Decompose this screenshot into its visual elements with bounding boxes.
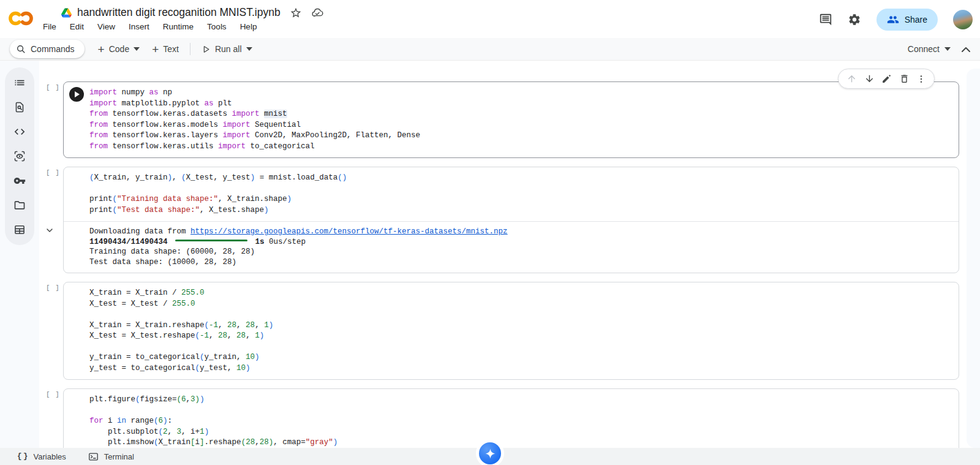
- table-of-contents-icon[interactable]: [7, 70, 32, 95]
- cell-toolbar: [838, 69, 935, 89]
- menubar: FileEditViewInsertRuntimeToolsHelp: [43, 22, 324, 31]
- colab-ai-eye-icon[interactable]: [7, 144, 32, 168]
- settings-gear-icon[interactable]: [848, 13, 861, 26]
- right-panel-strip: [967, 69, 980, 448]
- code-line: X_test = X_test.reshape(-1, 28, 28, 1): [89, 331, 959, 342]
- output-line: 11490434/11490434 1s 0us/step: [89, 237, 959, 248]
- code-line: [89, 406, 959, 417]
- code-line: from tensorflow.keras.layers import Conv…: [89, 130, 959, 142]
- code-line: y_test = to_categorical(y_test, 10): [89, 363, 959, 374]
- move-cell-up-icon[interactable]: [846, 74, 857, 84]
- code-line: X_train = X_train / 255.0: [89, 288, 959, 299]
- cell-row: [ ](X_train, y_train), (X_test, y_test) …: [39, 167, 967, 273]
- exec-indicator[interactable]: [ ]: [39, 284, 63, 292]
- share-button[interactable]: Share: [876, 9, 938, 31]
- run-all-play-icon: [202, 45, 211, 54]
- commands-label: Commands: [31, 44, 75, 54]
- exec-indicator[interactable]: [ ]: [39, 169, 63, 176]
- code-line: from tensorflow.keras.models import Sequ…: [89, 120, 959, 131]
- gemini-spark-button[interactable]: [479, 442, 501, 464]
- code-cell[interactable]: plt.figure(figsize=(6,3)) for i in range…: [63, 388, 959, 448]
- cell-gutter: [ ]: [39, 167, 63, 273]
- output-line: Downloading data from https://storage.go…: [89, 227, 959, 237]
- cells: [ ]import numpy as npimport matplotlib.p…: [39, 81, 967, 448]
- terminal-label: Terminal: [104, 452, 134, 461]
- secrets-key-icon[interactable]: [7, 168, 32, 193]
- add-text-button[interactable]: + Text: [146, 40, 185, 58]
- code-line: print("Training data shape:", X_train.sh…: [89, 194, 959, 205]
- menu-file[interactable]: File: [43, 22, 56, 31]
- delete-cell-icon[interactable]: [899, 74, 910, 84]
- collapse-header-button[interactable]: [962, 47, 970, 52]
- code-line: import numpy as np: [89, 88, 959, 99]
- code-cell[interactable]: (X_train, y_train), (X_test, y_test) = m…: [63, 167, 959, 273]
- add-code-button[interactable]: + Code: [92, 40, 146, 58]
- cell-row: [ ]plt.figure(figsize=(6,3)) for i in ra…: [39, 388, 967, 448]
- code-line: [89, 309, 959, 320]
- comment-icon[interactable]: [819, 13, 832, 26]
- star-icon[interactable]: [290, 7, 302, 19]
- menu-insert[interactable]: Insert: [129, 22, 149, 31]
- caret-down-icon: [134, 47, 140, 51]
- terminal-button[interactable]: Terminal: [88, 452, 134, 462]
- output-link[interactable]: https://storage.googleapis.com/tensorflo…: [190, 227, 508, 236]
- notebook-scroll-area[interactable]: [ ]import numpy as npimport matplotlib.p…: [39, 61, 967, 448]
- menu-view[interactable]: View: [97, 22, 115, 31]
- find-and-replace-icon[interactable]: [7, 95, 32, 119]
- code-line: print("Test data shape:", X_test.shape): [89, 205, 959, 216]
- run-all-button[interactable]: Run all: [195, 40, 258, 58]
- code-line: plt.imshow(X_train[i].reshape(28,28), cm…: [89, 437, 959, 448]
- terminal-icon: [88, 452, 99, 462]
- code-line: from tensorflow.keras.utils import to_ca…: [89, 142, 959, 153]
- code-line: X_test = X_test / 255.0: [89, 299, 959, 310]
- connect-button[interactable]: Connect: [908, 44, 951, 54]
- output-divider: [64, 221, 959, 222]
- chevron-up-icon: [962, 47, 970, 52]
- code-cell[interactable]: X_train = X_train / 255.0X_test = X_test…: [63, 282, 959, 380]
- workspace: [ ]import numpy as npimport matplotlib.p…: [0, 61, 980, 448]
- data-table-icon[interactable]: [7, 217, 32, 242]
- people-icon: [887, 13, 899, 26]
- code-editor[interactable]: X_train = X_train / 255.0X_test = X_test…: [64, 288, 959, 374]
- plus-icon: +: [98, 43, 105, 55]
- files-folder-icon[interactable]: [7, 193, 32, 217]
- code-editor[interactable]: plt.figure(figsize=(6,3)) for i in range…: [64, 395, 959, 448]
- run-cell-button[interactable]: [69, 87, 84, 102]
- share-label: Share: [905, 15, 927, 25]
- code-line: y_train = to_categorical(y_train, 10): [89, 352, 959, 363]
- gemini-spark-icon: [484, 448, 496, 459]
- ai-edit-icon[interactable]: [881, 74, 892, 84]
- code-cell[interactable]: import numpy as npimport matplotlib.pypl…: [63, 81, 959, 158]
- code-editor[interactable]: import numpy as npimport matplotlib.pypl…: [64, 88, 959, 152]
- code-line: plt.figure(figsize=(6,3)): [89, 395, 959, 406]
- cell-gutter: [ ]: [39, 81, 63, 158]
- exec-indicator[interactable]: [ ]: [39, 391, 63, 398]
- code-line: plt.subplot(2, 3, i+1): [89, 427, 959, 438]
- code-line: for i in range(6):: [89, 416, 959, 427]
- move-cell-down-icon[interactable]: [864, 74, 875, 84]
- header: handwritten digit recoganition MNIST.ipy…: [0, 0, 980, 38]
- menu-tools[interactable]: Tools: [207, 22, 227, 31]
- menu-help[interactable]: Help: [240, 22, 257, 31]
- menu-runtime[interactable]: Runtime: [163, 22, 194, 31]
- cell-gutter: [ ]: [39, 282, 63, 380]
- colab-logo[interactable]: [7, 10, 34, 27]
- output-line: Training data shape: (60000, 28, 28): [89, 247, 959, 257]
- output-text: 11490434/11490434: [89, 238, 172, 246]
- toolbar-divider: [190, 43, 190, 55]
- menu-edit[interactable]: Edit: [70, 22, 84, 31]
- code-editor[interactable]: (X_train, y_train), (X_test, y_test) = m…: [64, 173, 959, 216]
- collapse-output-chevron-icon[interactable]: [45, 225, 55, 235]
- code-snippets-icon[interactable]: [7, 119, 32, 144]
- caret-down-icon: [944, 47, 951, 51]
- variables-button[interactable]: { } Variables: [17, 452, 66, 461]
- notebook-title[interactable]: handwritten digit recoganition MNIST.ipy…: [77, 6, 281, 19]
- commands-button[interactable]: Commands: [10, 40, 85, 58]
- code-line: from tensorflow.keras.datasets import mn…: [89, 109, 959, 120]
- exec-indicator[interactable]: [ ]: [39, 84, 63, 91]
- cloud-done-icon[interactable]: [311, 7, 324, 19]
- more-actions-icon[interactable]: [916, 74, 926, 84]
- code-line: [89, 184, 959, 195]
- avatar[interactable]: [953, 10, 973, 29]
- add-text-label: Text: [163, 44, 179, 54]
